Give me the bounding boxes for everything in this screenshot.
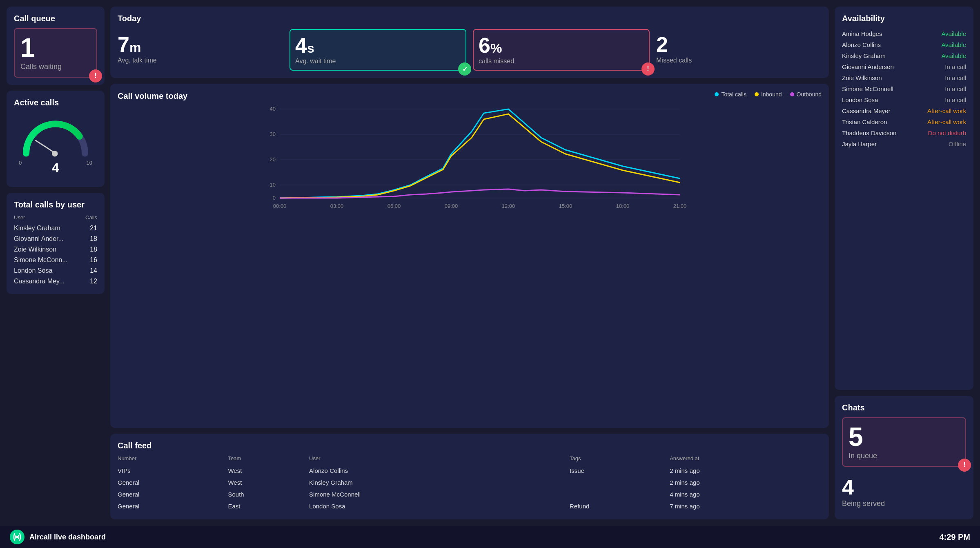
check-badge: ✓ xyxy=(458,62,471,76)
availability-title: Availability xyxy=(842,14,966,23)
svg-text:40: 40 xyxy=(270,106,276,112)
brand-name: Aircall live dashboard xyxy=(29,533,106,541)
agent-name: Zoie Wilkinson xyxy=(842,74,882,81)
stat-missed-calls: 2 Missed calls xyxy=(656,29,822,71)
missed-alert-badge: ! xyxy=(641,62,655,76)
availability-row: Zoie Wilkinson In a call xyxy=(842,72,966,83)
svg-text:06:00: 06:00 xyxy=(388,203,401,209)
agent-name: Giovanni Andersen xyxy=(842,63,894,70)
stat-calls-missed-value: 6% xyxy=(479,35,644,56)
feed-team: West xyxy=(228,465,309,477)
svg-text:00:00: 00:00 xyxy=(273,203,287,209)
table-row: Kinsley Graham21 xyxy=(14,223,97,234)
agent-name: Cassandra Meyer xyxy=(842,107,890,114)
legend-total: Total calls xyxy=(715,91,746,98)
chart-area: 40 30 20 10 0 00:00 03:00 06:00 09:00 12… xyxy=(118,105,822,213)
left-column: Call queue 1 Calls waiting ! Active call… xyxy=(7,7,105,519)
logo-svg xyxy=(12,532,22,542)
call-feed-card: Call feed Number Team User Tags Answered… xyxy=(110,434,829,519)
legend-dot-total xyxy=(715,92,719,96)
feed-user: London Sosa xyxy=(309,500,570,512)
feed-table: Number Team User Tags Answered at VIPs W… xyxy=(118,455,822,512)
agent-name: Thaddeus Davidson xyxy=(842,129,896,136)
agent-name: Amina Hodges xyxy=(842,30,882,37)
feed-tags xyxy=(570,488,670,500)
calls-table: User Calls Kinsley Graham21Giovanni Ande… xyxy=(14,214,97,287)
active-calls-card: Active calls xyxy=(7,91,105,187)
availability-row: London Sosa In a call xyxy=(842,94,966,105)
stat-avg-wait-label: Avg. wait time xyxy=(295,58,461,65)
table-row: Zoie Wilkinson18 xyxy=(14,244,97,255)
svg-text:30: 30 xyxy=(270,131,276,137)
legend-dot-outbound xyxy=(790,92,794,96)
feed-answered: 2 mins ago xyxy=(670,465,822,477)
feed-answered: 4 mins ago xyxy=(670,488,822,500)
availability-row: Thaddeus Davidson Do not disturb xyxy=(842,127,966,138)
agent-status: Available xyxy=(941,52,966,59)
svg-text:18:00: 18:00 xyxy=(616,203,630,209)
chart-title: Call volume today xyxy=(118,91,187,101)
agent-name: Simone McConnell xyxy=(842,85,893,92)
feed-number: VIPs xyxy=(118,465,228,477)
user-calls: 16 xyxy=(82,255,97,265)
legend-inbound: Inbound xyxy=(755,91,782,98)
legend-dot-inbound xyxy=(755,92,759,96)
gauge-container: 0 10 4 xyxy=(14,112,97,180)
availability-row: Amina Hodges Available xyxy=(842,28,966,39)
feed-answered: 2 mins ago xyxy=(670,477,822,488)
feed-title: Call feed xyxy=(118,441,822,450)
agent-status: In a call xyxy=(945,96,966,103)
stat-avg-talk: 7m Avg. talk time xyxy=(118,29,283,71)
gauge-min: 0 xyxy=(19,160,22,166)
agent-name: London Sosa xyxy=(842,96,878,103)
stat-missed-calls-label: Missed calls xyxy=(656,57,822,64)
chats-title: Chats xyxy=(842,403,966,412)
today-stats: 7m Avg. talk time 4s Avg. wait time ✓ 6% xyxy=(118,29,822,71)
feed-col-number: Number xyxy=(118,455,228,465)
svg-line-1 xyxy=(36,140,56,154)
chart-legend: Total calls Inbound Outbound xyxy=(715,91,822,98)
svg-text:09:00: 09:00 xyxy=(445,203,458,209)
feed-col-user: User xyxy=(309,455,570,465)
chart-card: Call volume today Total calls Inbound Ou… xyxy=(110,84,829,428)
feed-user: Alonzo Collins xyxy=(309,465,570,477)
feed-team: South xyxy=(228,488,309,500)
feed-number: General xyxy=(118,477,228,488)
user-name: Kinsley Graham xyxy=(14,223,82,234)
agent-status: In a call xyxy=(945,74,966,81)
chats-card: Chats 5 In queue ! 4 Being served xyxy=(835,396,973,519)
agent-status: In a call xyxy=(945,85,966,92)
gauge-labels: 0 10 xyxy=(19,160,92,166)
today-card: Today 7m Avg. talk time 4s Avg. wait tim… xyxy=(110,7,829,78)
availability-row: Jayla Harper Offline xyxy=(842,138,966,149)
user-name: London Sosa xyxy=(14,265,82,276)
feed-tags: Refund xyxy=(570,500,670,512)
stat-calls-missed: 6% calls missed ! xyxy=(473,29,650,71)
stat-avg-talk-label: Avg. talk time xyxy=(118,57,283,64)
agent-name: Tristan Calderon xyxy=(842,118,887,125)
call-queue-card: Call queue 1 Calls waiting ! xyxy=(7,7,105,85)
feed-col-team: Team xyxy=(228,455,309,465)
user-name: Cassandra Mey... xyxy=(14,276,82,287)
svg-text:12:00: 12:00 xyxy=(502,203,515,209)
feed-col-tags: Tags xyxy=(570,455,670,465)
availability-list: Amina Hodges Available Alonzo Collins Av… xyxy=(842,28,966,149)
chats-being-served: 4 Being served xyxy=(842,472,966,512)
middle-column: Today 7m Avg. talk time 4s Avg. wait tim… xyxy=(110,7,829,519)
availability-row: Giovanni Andersen In a call xyxy=(842,61,966,72)
svg-point-20 xyxy=(16,536,18,538)
list-item: General East London Sosa Refund 7 mins a… xyxy=(118,500,822,512)
chat-queue-inner: 5 In queue ! xyxy=(842,417,966,467)
user-name: Giovanni Ander... xyxy=(14,234,82,244)
chats-alert-badge: ! xyxy=(958,459,971,472)
agent-status: In a call xyxy=(945,63,966,70)
feed-tags xyxy=(570,477,670,488)
col-calls: Calls xyxy=(82,214,97,223)
user-calls: 14 xyxy=(82,265,97,276)
chats-in-queue-label: In queue xyxy=(849,452,960,460)
time-display: 4:29 PM xyxy=(939,532,970,542)
call-queue-title: Call queue xyxy=(14,14,97,23)
calls-waiting-count: 1 xyxy=(20,35,91,61)
agent-name: Jayla Harper xyxy=(842,140,877,147)
agent-name: Kinsley Graham xyxy=(842,52,886,59)
